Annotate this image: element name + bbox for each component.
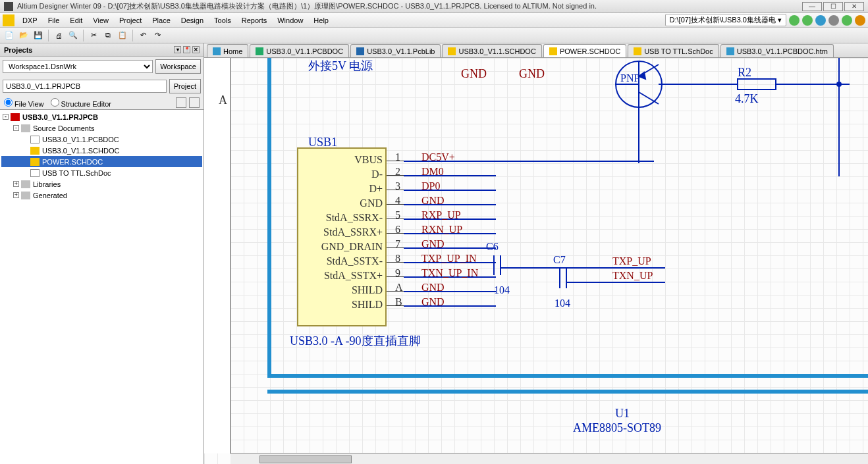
project-button[interactable]: Project <box>169 79 201 93</box>
pin-number: 3 <box>395 180 400 192</box>
maximize-button[interactable]: ☐ <box>823 2 843 11</box>
txp-label: TXP_UP <box>612 255 651 267</box>
tree-gen[interactable]: +Generated <box>1 190 202 201</box>
menu-window[interactable]: Window <box>272 13 308 28</box>
tab-power[interactable]: POWER.SCHDOC <box>543 44 626 57</box>
pin-label: StdA_SSTX- <box>300 255 383 267</box>
menu-place[interactable]: Place <box>147 13 176 28</box>
net-label: RXP_UP <box>421 209 461 221</box>
pin-label: D+ <box>300 183 383 195</box>
menu-right-group: D:\[07]技术创新\USB3.0集线器电 ▾ <box>665 14 865 26</box>
pin-number: 8 <box>395 253 400 265</box>
tree-lib[interactable]: +Libraries <box>1 178 202 190</box>
tree-sch[interactable]: USB3.0_V1.1.SCHDOC <box>1 145 202 156</box>
pin-label: GND <box>300 197 383 209</box>
nav-fwd-icon[interactable] <box>802 15 813 26</box>
pin-label: StdA_SSTX+ <box>300 270 383 282</box>
menu-reports[interactable]: Reports <box>236 13 273 28</box>
nav-stop-icon[interactable] <box>828 15 839 26</box>
dxp-logo-icon <box>3 14 14 26</box>
menu-dxp[interactable]: DXP <box>17 13 43 28</box>
usb-footprint: USB3.0 -A -90度直插直脚 <box>290 333 421 349</box>
tree-pwr[interactable]: POWER.SCHDOC <box>1 156 202 167</box>
net-label: GND <box>421 296 445 308</box>
projects-title: Projects <box>4 46 32 54</box>
nav-back-icon[interactable] <box>789 15 800 26</box>
tool-paste-icon[interactable]: 📋 <box>116 29 129 42</box>
app-icon <box>4 2 13 11</box>
pin-label: SHILD <box>300 299 383 311</box>
menu-view[interactable]: View <box>88 13 114 28</box>
tab-pcblib[interactable]: USB3.0_V1.1.PcbLib <box>350 44 441 57</box>
c7-value: 104 <box>555 297 570 309</box>
workspace-select[interactable]: Workspace1.DsnWrk <box>3 60 153 73</box>
c6-label: C6 <box>486 241 499 253</box>
pin-label: D- <box>300 168 383 180</box>
c6-value: 104 <box>494 284 510 296</box>
nav-fav-icon[interactable] <box>855 15 865 26</box>
panel-close-icon[interactable]: ✕ <box>192 46 200 53</box>
panel-pin-icon[interactable]: 📍 <box>183 46 190 53</box>
panel-menu-icon[interactable]: ▾ <box>174 46 181 53</box>
menu-design[interactable]: Design <box>176 13 209 28</box>
home-icon <box>213 47 221 55</box>
pin-label: SHILD <box>300 284 383 296</box>
tree-src[interactable]: -Source Documents <box>1 122 202 134</box>
nav-refresh-icon[interactable] <box>842 15 852 26</box>
menu-edit[interactable]: Edit <box>65 13 88 28</box>
structure-editor-radio[interactable]: Structure Editor <box>51 98 111 108</box>
tree-pcb[interactable]: USB3.0_V1.1.PCBDOC <box>1 134 202 145</box>
tree-ttl[interactable]: USB TO TTL.SchDoc <box>1 167 202 178</box>
tool-undo-icon[interactable]: ↶ <box>136 29 149 42</box>
txn-label: TXN_UP <box>612 270 653 282</box>
pin-number: A <box>395 282 403 294</box>
scrollbar-thumb[interactable] <box>259 455 352 463</box>
menu-project[interactable]: Project <box>114 13 147 28</box>
pin-number: 7 <box>395 238 400 250</box>
pcblib-icon <box>356 47 364 55</box>
minimize-button[interactable]: — <box>802 2 822 11</box>
tab-home[interactable]: Home <box>207 44 248 57</box>
tool-save-icon[interactable]: 💾 <box>32 29 45 42</box>
sch-icon <box>634 47 641 55</box>
tool-redo-icon[interactable]: ↷ <box>151 29 164 42</box>
svg-line-3 <box>639 92 659 104</box>
tool-cut-icon[interactable]: ✂ <box>87 29 100 42</box>
tool-open-icon[interactable]: 📂 <box>17 29 30 42</box>
pnp-label: PNP <box>620 72 639 84</box>
u1-value: AME8805-SOT89 <box>573 421 661 435</box>
schematic-canvas[interactable]: A 外接5V 电源 GND GND <box>204 58 868 464</box>
pin-label: VBUS <box>300 154 383 166</box>
pin-number: B <box>395 296 402 308</box>
tab-htm[interactable]: USB3.0_V1.1.PCBDOC.htm <box>720 44 834 57</box>
path-box[interactable]: D:\[07]技术创新\USB3.0集线器电 ▾ <box>665 14 786 26</box>
tab-ttl[interactable]: USB TO TTL.SchDoc <box>628 44 719 57</box>
workspace-button[interactable]: Workspace <box>155 59 201 74</box>
window-title: Altium Designer Winter 09 - D:\[07]技术创新\… <box>17 1 597 11</box>
tab-pcbdoc[interactable]: USB3.0_V1.1.PCBDOC <box>250 44 349 57</box>
tool-copy-icon[interactable]: ⧉ <box>101 29 115 42</box>
window-buttons: — ☐ ✕ <box>802 2 864 11</box>
pin-number: 5 <box>395 209 400 221</box>
tab-schdoc[interactable]: USB3.0_V1.1.SCHDOC <box>442 44 541 57</box>
tree-root[interactable]: -USB3.0_V1.1.PRJPCB <box>1 111 202 122</box>
project-tree[interactable]: -USB3.0_V1.1.PRJPCB -Source Documents US… <box>0 109 203 464</box>
view-ico-2[interactable] <box>189 97 200 108</box>
menu-help[interactable]: Help <box>308 13 334 28</box>
net-label: DM0 <box>421 166 444 178</box>
r2-value: 4.7K <box>735 92 759 106</box>
menu-file[interactable]: File <box>43 13 65 28</box>
view-ico-1[interactable] <box>176 97 186 108</box>
tool-new-icon[interactable]: 📄 <box>3 29 16 42</box>
close-button[interactable]: ✕ <box>844 2 864 11</box>
net-label: GND <box>421 195 445 207</box>
file-view-radio[interactable]: File View <box>4 98 44 108</box>
sch-icon <box>448 47 456 55</box>
tool-print-icon[interactable]: 🖨 <box>52 29 65 42</box>
nav-home-icon[interactable] <box>815 15 826 26</box>
menu-tools[interactable]: Tools <box>209 13 236 28</box>
horizontal-scrollbar[interactable] <box>231 453 868 464</box>
project-field[interactable] <box>3 80 167 93</box>
net-label: GND <box>421 282 445 294</box>
tool-preview-icon[interactable]: 🔍 <box>67 29 80 42</box>
